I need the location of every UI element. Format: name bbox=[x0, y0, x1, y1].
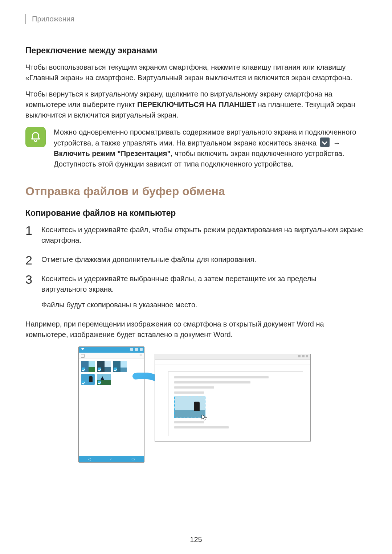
section-switch-p2: Чтобы вернуться к виртуальному экрану, щ… bbox=[25, 89, 364, 120]
step-1: Коснитесь и удерживайте файл, чтобы откр… bbox=[25, 225, 364, 246]
cursor-icon bbox=[201, 414, 208, 420]
illustration-drag-to-word: ◁○▭ bbox=[78, 346, 311, 463]
illustration-phone-status bbox=[79, 353, 144, 359]
header-accent bbox=[25, 14, 26, 24]
step-3-extra: Файлы будут скопированы в указанное мест… bbox=[41, 300, 364, 310]
step-2-text: Отметьте флажками дополнительные файлы д… bbox=[41, 255, 256, 263]
illustration-window-toolbar bbox=[155, 360, 310, 365]
step-3: Коснитесь и удерживайте выбранные файлы,… bbox=[25, 274, 364, 310]
illustration-document bbox=[168, 372, 303, 436]
illustration-phone-titlebar bbox=[79, 347, 144, 353]
illustration-thumbnails bbox=[79, 359, 144, 387]
illustration-window bbox=[155, 354, 311, 442]
note-block: Можно одновременно просматривать содержи… bbox=[25, 127, 364, 169]
illustration-dropzone bbox=[174, 397, 205, 418]
section-switch-p2-bold: ПЕРЕКЛЮЧИТЬСЯ НА ПЛАНШЕТ bbox=[137, 100, 256, 108]
step-3-text: Коснитесь и удерживайте выбранные файлы,… bbox=[41, 275, 317, 293]
topic-subtitle: Копирование файлов на компьютер bbox=[25, 208, 364, 218]
steps-list: Коснитесь и удерживайте файл, чтобы откр… bbox=[25, 225, 364, 310]
illustration-phone: ◁○▭ bbox=[78, 346, 144, 463]
bell-icon bbox=[25, 127, 46, 147]
step-1-text: Коснитесь и удерживайте файл, чтобы откр… bbox=[41, 226, 363, 244]
topic-example: Например, при перемещении изображения со… bbox=[25, 319, 364, 340]
note-bold: Включить режим "Презентация" bbox=[54, 149, 171, 157]
chevron-down-icon bbox=[320, 138, 330, 147]
topic-title: Отправка файлов и буфер обмена bbox=[25, 185, 364, 198]
note-line1a: Можно одновременно просматривать содержи… bbox=[54, 128, 356, 147]
page-number: 125 bbox=[0, 535, 392, 544]
illustration-phone-nav: ◁○▭ bbox=[79, 456, 144, 462]
step-2: Отметьте флажками дополнительные файлы д… bbox=[25, 254, 364, 265]
header-category: Приложения bbox=[32, 15, 74, 23]
illustration-window-titlebar bbox=[155, 354, 310, 360]
note-text: Можно одновременно просматривать содержи… bbox=[54, 127, 364, 169]
page-header: Приложения bbox=[25, 14, 364, 24]
section-switch-title: Переключение между экранами bbox=[25, 46, 364, 56]
section-switch-p1: Чтобы воспользоваться текущим экраном см… bbox=[25, 62, 364, 83]
arrow-right-icon: → bbox=[333, 139, 340, 147]
